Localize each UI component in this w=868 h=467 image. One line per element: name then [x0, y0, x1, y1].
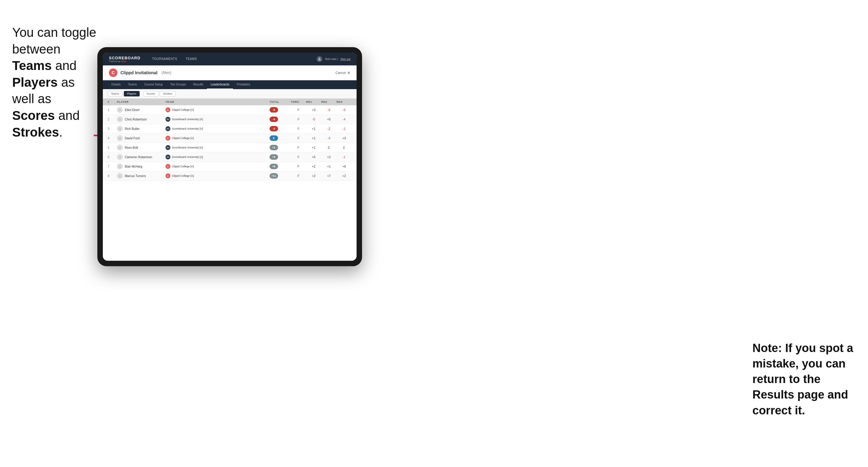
player-avatar: ☺	[117, 145, 123, 151]
user-icon	[316, 56, 322, 62]
nav-user-label: Test User |	[325, 58, 338, 61]
total-badge: +6	[270, 154, 278, 160]
rd1-val: +1	[306, 136, 321, 140]
team-cell: SU Scoreboard University [A]	[165, 126, 270, 131]
row-rank: 6	[108, 155, 117, 159]
rd1-val: -5	[306, 118, 321, 121]
tournament-gender: (Men)	[161, 70, 171, 75]
team-cell: C Clippd College [A]	[165, 107, 270, 112]
nav-right: Test User | Sign out	[316, 56, 350, 62]
player-cell: ☺ Elliot Ebert	[117, 107, 165, 113]
subnav-course-setup[interactable]: Course Setup	[141, 80, 166, 89]
player-cell: ☺ Cameron Robertson	[117, 154, 165, 160]
cancel-button[interactable]: Cancel ✕	[336, 70, 350, 75]
row-rank: 5	[108, 146, 117, 149]
nav-bar: SCOREBOARD Powered by clippd TOURNAMENTS…	[103, 53, 356, 65]
thru-val: F	[291, 165, 306, 168]
total-cell: -4	[270, 117, 291, 122]
player-avatar: ☺	[117, 116, 123, 122]
team-name: Clippd College [A]	[172, 136, 194, 139]
total-badge: -8	[270, 107, 278, 113]
tablet-frame: SCOREBOARD Powered by clippd TOURNAMENTS…	[97, 47, 362, 266]
player-name: Rich Butler	[125, 127, 140, 130]
team-cell: SU Scoreboard University [A]	[165, 145, 270, 150]
player-cell: ☺ Rich Butler	[117, 126, 165, 132]
rd1-val: +1	[306, 127, 321, 130]
left-annotation: You can toggle between Teams and Players…	[12, 24, 97, 141]
total-badge: +11	[270, 173, 278, 179]
total-cell: E	[270, 135, 291, 141]
nav-teams[interactable]: TEAMS	[181, 53, 201, 65]
team-cell: SU Scoreboard University [A]	[165, 117, 270, 122]
tablet-screen: SCOREBOARD Powered by clippd TOURNAMENTS…	[103, 53, 356, 261]
table-row: 2 ☺ Chris Robertson SU Scoreboard Univer…	[103, 115, 356, 124]
thru-val: F	[291, 136, 306, 140]
table-row: 3 ☺ Rich Butler SU Scoreboard University…	[103, 124, 356, 133]
table-row: 6 ☺ Cameron Robertson SU Scoreboard Univ…	[103, 152, 356, 162]
player-cell: ☺ Rees Britt	[117, 145, 165, 151]
total-cell: +6	[270, 154, 291, 160]
scoreboard-logo: SCOREBOARD Powered by clippd	[109, 56, 141, 62]
toggle-teams[interactable]: Teams	[108, 91, 123, 96]
rd1-val: +2	[306, 174, 321, 178]
toggle-players[interactable]: Players	[124, 91, 140, 96]
rd3-val: E	[337, 146, 352, 149]
player-cell: ☺ Chris Robertson	[117, 116, 165, 122]
player-name: Blair McHarg	[125, 165, 143, 168]
nav-signout[interactable]: Sign out	[340, 58, 350, 61]
team-logo: SU	[165, 126, 170, 131]
subnav-teams[interactable]: Teams	[124, 80, 141, 89]
subnav-details[interactable]: Details	[108, 80, 124, 89]
rd3-val: -4	[337, 118, 352, 121]
right-annotation: Note: If you spot a mistake, you can ret…	[752, 340, 856, 418]
row-rank: 2	[108, 118, 117, 121]
tournament-title-area: C Clippd Invitational (Men)	[109, 68, 171, 77]
team-cell: C Clippd College [A]	[165, 136, 270, 141]
rd2-val: +2	[321, 155, 337, 159]
rd2-val: +5	[321, 118, 337, 121]
team-name: Scoreboard University [A]	[172, 127, 203, 130]
subnav-results[interactable]: Results	[190, 80, 207, 89]
rd3-val: -1	[337, 155, 352, 159]
player-name: David Ford	[125, 136, 140, 140]
thru-val: F	[291, 118, 306, 121]
player-avatar: ☺	[117, 163, 123, 169]
total-cell: -2	[270, 126, 291, 131]
toggle-strokes[interactable]: Strokes	[160, 91, 176, 96]
player-avatar: ☺	[117, 154, 123, 160]
team-cell: C Clippd College [A]	[165, 174, 270, 178]
rd1-val: +1	[306, 146, 321, 149]
player-avatar: ☺	[117, 135, 123, 141]
table-row: 5 ☺ Rees Britt SU Scoreboard University …	[103, 143, 356, 152]
row-rank: 3	[108, 127, 117, 130]
team-name: Clippd College [A]	[172, 174, 194, 177]
row-rank: 4	[108, 136, 117, 140]
team-logo: SU	[165, 145, 170, 150]
nav-tournaments[interactable]: TOURNAMENTS	[148, 53, 182, 65]
player-avatar: ☺	[117, 173, 123, 179]
team-cell: SU Scoreboard University [A]	[165, 155, 270, 159]
subnav-tee-groups[interactable]: Tee Groups	[166, 80, 190, 89]
table-row: 8 ☺ Marcus Turners C Clippd College [A] …	[103, 171, 356, 181]
player-name: Rees Britt	[125, 146, 138, 149]
rd3-val: +6	[337, 165, 352, 168]
total-cell: +8	[270, 164, 291, 169]
row-rank: 1	[108, 108, 117, 112]
toggle-row: Teams Players Scores Strokes	[103, 89, 356, 99]
nav-links: TOURNAMENTS TEAMS	[148, 53, 316, 65]
player-name: Marcus Turners	[125, 174, 146, 178]
total-badge: E	[270, 135, 278, 141]
thru-val: F	[291, 108, 306, 112]
thru-val: F	[291, 174, 306, 178]
table-row: 1 ☺ Elliot Ebert C Clippd College [A] -8…	[103, 105, 356, 115]
toggle-scores[interactable]: Scores	[143, 91, 158, 96]
sub-nav: Details Teams Course Setup Tee Groups Re…	[103, 80, 356, 89]
col-thru: THRU	[291, 100, 306, 103]
player-cell: ☺ Marcus Turners	[117, 173, 165, 179]
rd2-val: +1	[321, 165, 337, 168]
tournament-logo: C	[109, 68, 118, 77]
thru-val: F	[291, 155, 306, 159]
rd2-val: E	[321, 146, 337, 149]
subnav-leaderboards[interactable]: Leaderboards	[207, 80, 233, 89]
subnav-printables[interactable]: Printables	[233, 80, 254, 89]
